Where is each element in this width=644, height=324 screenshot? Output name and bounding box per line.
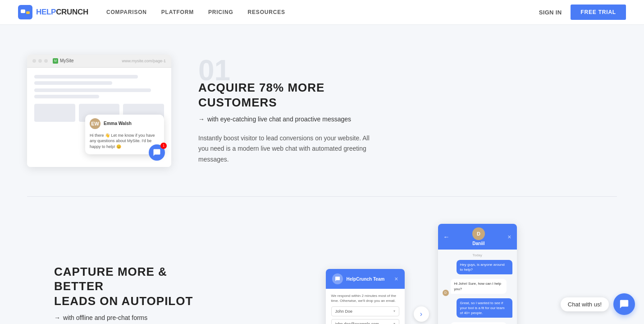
carousel-next-button[interactable]: › (414, 306, 429, 322)
chat-popup-header: EW Emma Walsh (85, 115, 164, 133)
logo-text: HELPCRUNCH (36, 8, 88, 17)
form-subtitle: We respond within 2 minutes most of the … (331, 293, 399, 303)
form-field-email[interactable]: john.doe@example.com ▾ (331, 319, 399, 324)
signin-link[interactable]: SIGN IN (539, 9, 562, 16)
browser-dot-3 (44, 59, 48, 63)
message-row-2: D Hi John! Sure, how can I help you? (443, 279, 512, 296)
chat-message: Hi there 👋 Let me know if you have any q… (90, 133, 160, 150)
message-row-1: Hey guys, is anyone around to help? (443, 260, 512, 277)
svg-rect-1 (21, 9, 25, 13)
nav-pricing[interactable]: PRICING (208, 9, 233, 15)
capture-visual: HelpCrunch Team × We respond within 2 mi… (225, 224, 617, 324)
content-line-3 (34, 88, 151, 92)
chevron-icon: ▾ (393, 309, 395, 313)
conv-agent-info: D Daniil (472, 227, 485, 246)
capture-title: CAPTURE MORE & BETTERLEADS ON AUTOPILOT (54, 264, 198, 309)
acquire-subtitle: → with eye-catching live chat and proact… (198, 115, 590, 124)
nav-comparison[interactable]: COMPARISON (106, 9, 147, 15)
svg-rect-2 (26, 11, 30, 14)
message-bubble-1: Hey guys, is anyone around to help? (457, 260, 512, 274)
logo[interactable]: HELPCRUNCH (18, 5, 88, 19)
acquire-description: Instantly boost visitor to lead conversi… (198, 133, 370, 165)
chat-with-us-icon (619, 299, 629, 309)
message-bubble-2: Hi John! Sure, how can I help you? (451, 279, 507, 293)
chat-agent-name: Emma Walsh (104, 121, 132, 126)
form-chat-icon (332, 273, 343, 284)
conv-body: Today Hey guys, is anyone around to help… (438, 250, 517, 324)
message-row-4: D You're in the right place 😊 Would you … (443, 322, 512, 324)
form-header: HelpCrunch Team × (326, 269, 405, 289)
capture-text: CAPTURE MORE & BETTERLEADS ON AUTOPILOT … (54, 264, 198, 324)
form-close-icon[interactable]: × (394, 275, 398, 282)
navbar: HELPCRUNCH COMPARISON PLATFORM PRICING R… (0, 0, 644, 25)
form-field-name[interactable]: John Doe ▾ (331, 306, 399, 316)
chat-widget-icon (153, 148, 161, 157)
arrow-icon: → (198, 115, 205, 124)
browser-dot-1 (32, 59, 36, 63)
browser-site-label: M MySite (53, 58, 74, 64)
chat-with-us-label: Chat with us! (561, 297, 609, 311)
free-trial-button[interactable]: FREE TRIAL (571, 5, 626, 20)
content-line-2 (34, 81, 112, 85)
nav-right: SIGN IN FREE TRIAL (539, 5, 626, 20)
site-favicon: M (53, 58, 58, 64)
conv-agent-avatar: D (472, 227, 485, 240)
acquire-title: ACQUIRE 78% MORECUSTOMERS (198, 80, 590, 110)
content-line-1 (34, 75, 138, 79)
nav-platform[interactable]: PLATFORM (161, 9, 194, 15)
form-header-left: HelpCrunch Team (332, 273, 385, 284)
content-lines (34, 75, 164, 98)
section-acquire: M MySite www.mysite.com/page-1 EW Emma W… (0, 25, 644, 196)
content-line-4 (34, 95, 99, 98)
conversation-card: ← D Daniil × Today Hey guys, is anyone a… (438, 224, 517, 324)
acquire-visual: M MySite www.mysite.com/page-1 EW Emma W… (27, 55, 171, 167)
back-icon[interactable]: ← (443, 233, 450, 241)
message-row-3: Great, so I wanted to see if your tool i… (443, 298, 512, 320)
message-bubble-4: You're in the right place 😊 Would you li… (451, 322, 507, 324)
chat-with-us-button[interactable] (613, 293, 635, 315)
chat-avatar: EW (90, 118, 100, 129)
browser-topbar: M MySite www.mysite.com/page-1 (27, 55, 171, 68)
form-title: HelpCrunch Team (347, 277, 385, 282)
browser-dot-2 (38, 59, 42, 63)
chat-widget-button[interactable]: 1 (149, 144, 165, 161)
message-bubble-3: Great, so I wanted to see if your tool i… (457, 298, 512, 318)
conv-date: Today (443, 253, 512, 257)
chat-badge: 1 (160, 143, 167, 149)
section-capture: CAPTURE MORE & BETTERLEADS ON AUTOPILOT … (0, 197, 644, 324)
chat-with-us-widget: Chat with us! (561, 293, 635, 315)
browser-body: EW Emma Walsh Hi there 👋 Let me know if … (27, 68, 171, 167)
conv-header: ← D Daniil × (438, 224, 517, 250)
conv-close-icon[interactable]: × (507, 233, 511, 241)
nav-links: COMPARISON PLATFORM PRICING RESOURCES (106, 9, 539, 15)
content-block-1 (34, 104, 75, 122)
browser-url: www.mysite.com/page-1 (122, 59, 166, 63)
nav-resources[interactable]: RESOURCES (248, 9, 285, 15)
chevron-icon-2: ▾ (393, 322, 395, 324)
logo-icon (18, 5, 32, 19)
agent-small-avatar: D (443, 290, 449, 296)
chat-form-card: HelpCrunch Team × We respond within 2 mi… (326, 269, 405, 324)
capture-subtitle: → with offline and pre-chat forms (54, 314, 198, 323)
arrow-icon-2: → (54, 314, 60, 323)
acquire-text: 01 ACQUIRE 78% MORECUSTOMERS → with eye-… (198, 56, 590, 165)
browser-mockup: M MySite www.mysite.com/page-1 EW Emma W… (27, 55, 171, 167)
form-body: We respond within 2 minutes most of the … (326, 289, 405, 324)
conv-agent-name: Daniil (472, 241, 484, 246)
